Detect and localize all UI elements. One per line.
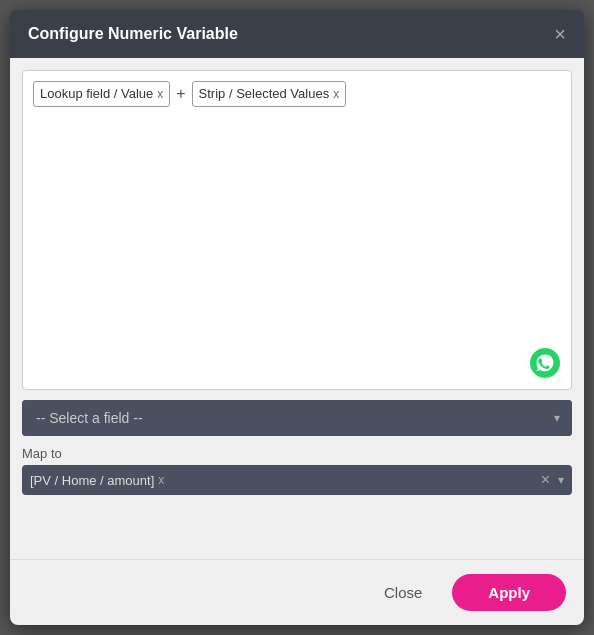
map-to-actions: × ▾ [541,471,564,489]
map-to-tag-remove[interactable]: x [158,473,164,487]
modal-body: Lookup field / Value x + Strip / Selecte… [10,58,584,559]
strip-values-tag: Strip / Selected Values x [192,81,347,107]
apply-button[interactable]: Apply [452,574,566,611]
strip-values-tag-remove[interactable]: x [333,88,339,100]
modal-header: Configure Numeric Variable × [10,10,584,58]
map-to-label: Map to [22,446,572,461]
map-to-section: Map to [PV / Home / amount] x × ▾ [22,446,572,495]
whatsapp-icon [529,347,561,379]
map-to-tag-label: [PV / Home / amount] [30,473,154,488]
map-to-tag: [PV / Home / amount] x [30,473,164,488]
map-to-chevron-button[interactable]: ▾ [558,473,564,487]
field-select[interactable]: -- Select a field -- [22,400,572,436]
field-select-wrapper: -- Select a field -- ▾ [22,400,572,436]
plus-operator: + [176,81,185,107]
modal-title: Configure Numeric Variable [28,25,238,43]
modal-footer: Close Apply [10,559,584,625]
modal-close-button[interactable]: × [554,24,566,44]
lookup-field-tag-remove[interactable]: x [157,88,163,100]
configure-numeric-modal: Configure Numeric Variable × Lookup fiel… [10,10,584,625]
lookup-field-tag-label: Lookup field / Value [40,86,153,101]
close-button[interactable]: Close [366,576,440,609]
map-to-clear-button[interactable]: × [541,471,550,489]
map-to-row: [PV / Home / amount] x × ▾ [22,465,572,495]
lookup-field-tag: Lookup field / Value x [33,81,170,107]
expression-area: Lookup field / Value x + Strip / Selecte… [22,70,572,390]
strip-values-tag-label: Strip / Selected Values [199,86,330,101]
